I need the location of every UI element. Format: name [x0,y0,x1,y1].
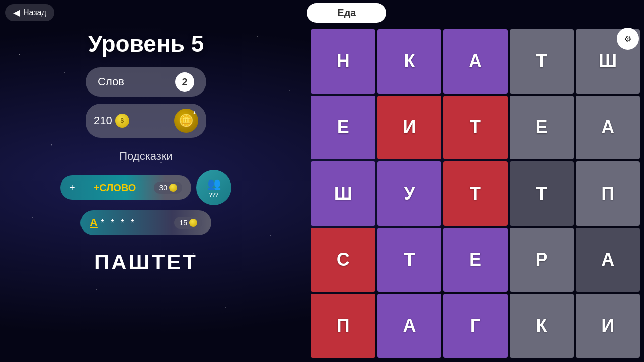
hint-letter-button[interactable]: А * * * * 15 [80,210,211,235]
grid-cell-21[interactable]: А [377,294,442,358]
grid-cell-16[interactable]: Т [377,228,442,292]
hint-word-coin-icon [169,184,177,192]
grid-cell-3[interactable]: Т [510,29,574,94]
hint-word-cost-value: 30 [159,184,167,192]
level-title: Уровень 5 [88,30,204,57]
coins-amount: 210 $ [94,114,129,128]
hint-letter-content: А * * * * [90,216,170,229]
grid-cell-12[interactable]: Т [443,161,508,226]
grid-cell-1[interactable]: К [377,29,442,94]
top-bar: ◀ Назад Еда [0,0,644,25]
grid-cell-18[interactable]: Р [510,228,574,292]
grid-cell-22[interactable]: Г [443,294,508,358]
grid-cell-23[interactable]: К [510,294,574,358]
hint-letter-coin-icon [189,219,197,227]
words-count: 2 [175,72,194,92]
grid-cell-2[interactable]: А [443,29,508,94]
grid-cell-20[interactable]: П [311,294,375,358]
friends-hint-label: ??? [209,192,218,198]
hint-letter-a: А [90,216,98,229]
grid-cell-8[interactable]: Е [510,96,574,160]
right-panel: НКАТШЕИТЕАШУТТПСТЕРАПАГКИ [307,25,644,362]
hint-word-row: + +СЛОВО 30 👥 ??? [60,170,231,205]
hint-letter-stars: * * * * [101,218,136,228]
coins-badge: 210 $ 🪙 [86,104,206,138]
friends-hint-button[interactable]: 👥 ??? [196,170,231,205]
hint-letter-row: А * * * * 15 [80,210,211,235]
back-label: Назад [23,8,46,17]
grid-cell-10[interactable]: Ш [311,161,375,226]
friends-icon: 👥 [207,177,221,191]
coin-icon: $ [115,114,129,128]
hint-word-label: +СЛОВО [79,182,150,194]
grid-cell-11[interactable]: У [377,161,442,226]
game-grid: НКАТШЕИТЕАШУТТПСТЕРАПАГКИ [311,29,640,358]
grid-cell-19[interactable]: А [576,228,640,292]
grid-cell-15[interactable]: С [311,228,375,292]
back-button[interactable]: ◀ Назад [5,4,54,21]
grid-cell-0[interactable]: Н [311,29,375,94]
grid-cell-9[interactable]: А [576,96,640,160]
grid-cell-5[interactable]: Е [311,96,375,160]
category-title: Еда [307,3,386,23]
left-panel: Уровень 5 Слов 2 210 $ 🪙 Подсказки + +СЛ… [0,0,292,362]
grid-cell-14[interactable]: П [576,161,640,226]
hint-word-plus: + [69,182,75,194]
hint-word-cost: 30 [154,182,182,194]
settings-symbol: ⚙ [624,34,631,44]
grid-cell-17[interactable]: Е [443,228,508,292]
words-label: Слов [98,75,124,88]
hint-word-button[interactable]: + +СЛОВО 30 [60,175,191,200]
words-badge: Слов 2 [86,67,206,97]
grid-cell-13[interactable]: Т [510,161,574,226]
grid-cell-6[interactable]: И [377,96,442,160]
coins-value: 210 [94,114,112,127]
grid-cell-7[interactable]: Т [443,96,508,160]
current-word: ПАШТЕТ [94,250,198,275]
hints-label: Подсказки [119,150,173,163]
hint-letter-cost-value: 15 [179,219,187,227]
back-arrow-icon: ◀ [13,7,20,18]
add-coins-button[interactable]: 🪙 [174,109,198,133]
coins-stack-icon: 🪙 [179,114,194,128]
settings-icon[interactable]: ⚙ [617,28,639,50]
grid-cell-24[interactable]: И [576,294,640,358]
hint-letter-cost: 15 [174,217,202,229]
